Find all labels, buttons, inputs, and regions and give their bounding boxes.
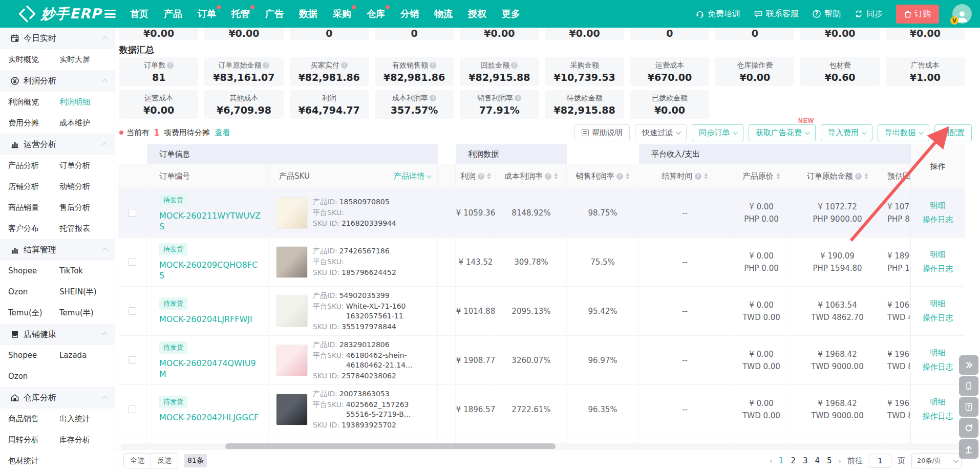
help-icon[interactable]: ? bbox=[695, 173, 701, 180]
sidebar-item-实时大屏[interactable]: 实时大屏 bbox=[59, 49, 111, 70]
product-image[interactable] bbox=[276, 246, 308, 278]
sidebar-item-客户分布[interactable]: 客户分布 bbox=[8, 218, 59, 239]
order-number-link[interactable]: MOCK-260211WYTWUVZS bbox=[159, 210, 261, 232]
product-image[interactable] bbox=[276, 295, 308, 327]
sidebar-section-店铺健康[interactable]: 店铺健康 bbox=[0, 324, 115, 345]
view-link[interactable]: 查看 bbox=[215, 128, 230, 138]
action-link-操作日志[interactable]: 操作日志 bbox=[923, 313, 953, 323]
sidebar-item-动销分析[interactable]: 动销分析 bbox=[59, 176, 111, 197]
sidebar-item-产品分析[interactable]: 产品分析 bbox=[8, 155, 59, 176]
nav-item-订单[interactable]: 订单 bbox=[198, 8, 216, 20]
float-button-manual[interactable]: ? bbox=[959, 397, 978, 417]
prev-page-icon[interactable]: ‹ bbox=[769, 456, 772, 466]
nav-item-首页[interactable]: 首页 bbox=[130, 8, 148, 20]
order-number-link[interactable]: MOCK-260204LJRFFWJI bbox=[159, 314, 252, 325]
next-page-icon[interactable]: › bbox=[838, 456, 841, 466]
toolbar-button-导出数据[interactable]: 导出数据 bbox=[878, 124, 929, 141]
sidebar-item-Temu(全)[interactable]: Temu(全) bbox=[8, 303, 59, 324]
nav-item-托管[interactable]: 托管 bbox=[231, 8, 250, 20]
toolbar-button-快速过滤[interactable]: 快速过滤 bbox=[635, 124, 687, 141]
row-checkbox[interactable] bbox=[129, 307, 136, 315]
sidebar-section-结算管理[interactable]: 结算管理 bbox=[0, 239, 115, 261]
product-image[interactable] bbox=[276, 394, 308, 425]
sidebar-item-SHEIN(半)[interactable]: SHEIN(半) bbox=[59, 282, 111, 303]
help-icon[interactable]: ? bbox=[855, 173, 862, 180]
nav-item-更多[interactable]: 更多 bbox=[502, 8, 520, 20]
help-icon[interactable]: ? bbox=[545, 173, 551, 180]
order-number-link[interactable]: MOCK-2602042HLJGGCF bbox=[159, 412, 259, 423]
action-link-明细[interactable]: 明细 bbox=[930, 397, 946, 407]
sidebar-item-订单分析[interactable]: 订单分析 bbox=[59, 155, 111, 176]
sidebar-item-包材统计[interactable]: 包材统计 bbox=[8, 450, 59, 471]
product-image[interactable] bbox=[276, 197, 308, 229]
nav-sync-item[interactable]: 同步 bbox=[854, 9, 883, 19]
sidebar-item-售后分析[interactable]: 售后分析 bbox=[59, 197, 111, 218]
nav-item-分销[interactable]: 分销 bbox=[400, 8, 419, 20]
float-button-back-to-top[interactable] bbox=[959, 439, 978, 459]
sidebar-item-Temu(半)[interactable]: Temu(半) bbox=[59, 303, 111, 324]
select-all-button[interactable]: 全选 bbox=[123, 453, 151, 468]
nav-item-产品[interactable]: 产品 bbox=[164, 8, 182, 20]
action-link-明细[interactable]: 明细 bbox=[930, 201, 946, 210]
toolbar-button-获取广告花费[interactable]: 获取广告花费NEW bbox=[749, 124, 816, 141]
page-number-1[interactable]: 1 bbox=[779, 456, 784, 465]
help-icon[interactable]: ? bbox=[616, 173, 623, 180]
product-image[interactable] bbox=[276, 345, 308, 376]
row-checkbox[interactable] bbox=[129, 258, 136, 266]
nav-item-数据[interactable]: 数据 bbox=[299, 8, 317, 20]
nav-chat-item[interactable]: 联系客服 bbox=[754, 9, 799, 19]
help-icon[interactable]: ? bbox=[478, 173, 484, 180]
action-link-操作日志[interactable]: 操作日志 bbox=[923, 412, 953, 421]
sort-icon[interactable] bbox=[626, 173, 630, 179]
sidebar-item-TikTok[interactable]: TikTok bbox=[59, 261, 111, 282]
sidebar-item-Shopee[interactable]: Shopee bbox=[8, 261, 59, 282]
action-link-明细[interactable]: 明细 bbox=[930, 250, 946, 260]
sidebar-item-实时概览[interactable]: 实时概览 bbox=[8, 49, 59, 70]
sidebar-item-库存分析[interactable]: 库存分析 bbox=[59, 430, 111, 450]
action-link-操作日志[interactable]: 操作日志 bbox=[923, 215, 953, 225]
user-avatar[interactable]: V bbox=[952, 4, 972, 24]
action-link-明细[interactable]: 明细 bbox=[930, 348, 946, 358]
help-icon[interactable]: ? bbox=[430, 95, 436, 101]
sidebar-item-费用分摊[interactable]: 费用分摊 bbox=[8, 113, 59, 134]
sidebar-item-店铺分析[interactable]: 店铺分析 bbox=[8, 176, 59, 197]
sidebar-section-仓库分析[interactable]: 仓库分析 bbox=[0, 387, 115, 409]
sort-icon[interactable] bbox=[864, 173, 868, 179]
page-number-2[interactable]: 2 bbox=[791, 456, 796, 465]
sort-icon[interactable] bbox=[487, 173, 491, 179]
float-button-mobile-app[interactable] bbox=[959, 376, 978, 396]
sidebar-item-商品销量[interactable]: 商品销量 bbox=[8, 197, 59, 218]
sidebar-section-利润分析[interactable]: 利润分析 bbox=[0, 70, 115, 92]
sidebar-item-Ozon[interactable]: Ozon bbox=[8, 282, 59, 303]
sort-icon[interactable] bbox=[704, 173, 708, 179]
nav-question-item[interactable]: ?帮助 bbox=[812, 9, 841, 19]
menu-toggle-icon[interactable] bbox=[104, 10, 116, 18]
toolbar-button-导入费用[interactable]: 导入费用 bbox=[821, 124, 872, 141]
sidebar-section-今日实时[interactable]: 今日实时 bbox=[0, 28, 115, 49]
sidebar-item-利润概览[interactable]: 利润概览 bbox=[8, 92, 59, 113]
help-icon[interactable]: ? bbox=[430, 62, 436, 69]
sidebar-section-运营分析[interactable]: 运营分析 bbox=[0, 134, 115, 155]
sidebar-item-出入统计[interactable]: 出入统计 bbox=[59, 409, 111, 430]
nav-item-仓库[interactable]: 仓库 bbox=[367, 8, 385, 20]
order-number-link[interactable]: MOCK-26020474QWIU9M bbox=[159, 358, 261, 379]
sidebar-item-托管报表[interactable]: 托管报表 bbox=[59, 218, 111, 239]
sidebar-item-利润明细[interactable]: 利润明细 bbox=[59, 92, 111, 113]
sidebar-item-Lazada[interactable]: Lazada bbox=[59, 345, 111, 366]
float-button-refresh[interactable] bbox=[959, 418, 978, 438]
subscribe-button[interactable]: 订购 bbox=[896, 5, 939, 24]
row-checkbox[interactable] bbox=[129, 356, 136, 364]
action-link-操作日志[interactable]: 操作日志 bbox=[923, 264, 953, 274]
invert-selection-button[interactable]: 反选 bbox=[151, 453, 178, 468]
row-checkbox[interactable] bbox=[129, 405, 136, 413]
help-icon[interactable]: ? bbox=[263, 62, 269, 69]
nav-item-物流[interactable]: 物流 bbox=[434, 8, 453, 20]
sidebar-item-商品销售[interactable]: 商品销售 bbox=[8, 409, 59, 430]
page-number-5[interactable]: 5 bbox=[827, 456, 832, 465]
sidebar-item-Ozon[interactable]: Ozon bbox=[8, 366, 59, 387]
nav-item-授权[interactable]: 授权 bbox=[468, 8, 486, 20]
toolbar-button-同步订单[interactable]: 同步订单 bbox=[692, 124, 743, 141]
row-checkbox[interactable] bbox=[129, 209, 136, 217]
sort-icon[interactable] bbox=[776, 173, 780, 179]
order-number-link[interactable]: MOCK-260209CQHO8FC5 bbox=[159, 260, 261, 281]
